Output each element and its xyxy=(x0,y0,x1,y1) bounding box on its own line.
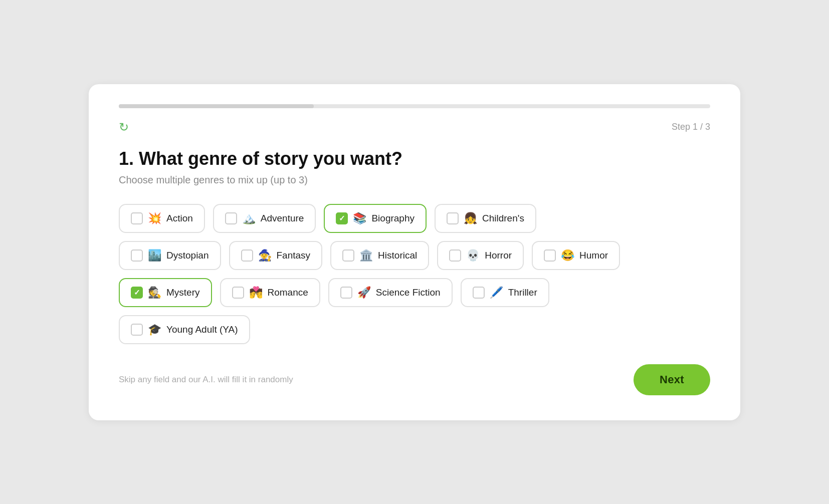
genre-label-dystopian: Dystopian xyxy=(166,250,209,261)
genre-checkbox-science_fiction: ✓ xyxy=(340,287,352,299)
genre-emoji-romance: 💏 xyxy=(249,286,263,299)
genre-chip-action[interactable]: ✓💥Action xyxy=(119,204,205,233)
genre-label-childrens: Children's xyxy=(482,213,524,224)
next-button[interactable]: Next xyxy=(634,364,710,395)
genre-checkbox-historical: ✓ xyxy=(342,249,354,262)
genre-emoji-horror: 💀 xyxy=(466,249,480,262)
genre-label-historical: Historical xyxy=(378,250,417,261)
genre-checkbox-childrens: ✓ xyxy=(447,212,459,224)
genre-emoji-thriller: 🖊️ xyxy=(490,286,503,299)
genre-chip-mystery[interactable]: ✓🕵️Mystery xyxy=(119,278,212,307)
genre-emoji-dystopian: 🏙️ xyxy=(148,249,161,262)
genre-emoji-adventure: 🏔️ xyxy=(242,212,256,225)
genres-grid: ✓💥Action✓🏔️Adventure✓📚Biography✓👧Childre… xyxy=(119,204,710,344)
genre-label-thriller: Thriller xyxy=(508,287,537,298)
genre-chip-horror[interactable]: ✓💀Horror xyxy=(437,241,524,270)
genre-chip-science_fiction[interactable]: ✓🚀Science Fiction xyxy=(328,278,453,307)
question-title: 1. What genre of story you want? xyxy=(119,148,710,169)
genre-emoji-humor: 😂 xyxy=(561,249,574,262)
checkbox-checkmark-mystery: ✓ xyxy=(134,288,140,297)
genre-emoji-science_fiction: 🚀 xyxy=(357,286,371,299)
genre-checkbox-humor: ✓ xyxy=(544,249,556,262)
genre-chip-adventure[interactable]: ✓🏔️Adventure xyxy=(213,204,316,233)
genres-row: ✓💥Action✓🏔️Adventure✓📚Biography✓👧Childre… xyxy=(119,204,710,233)
skip-text: Skip any field and our A.I. will fill it… xyxy=(119,375,293,385)
genre-label-biography: Biography xyxy=(371,213,414,224)
progress-bar-container xyxy=(119,104,710,108)
genre-emoji-young_adult: 🎓 xyxy=(148,323,161,336)
genre-checkbox-romance: ✓ xyxy=(232,287,244,299)
footer-row: Skip any field and our A.I. will fill it… xyxy=(119,364,710,395)
genre-checkbox-thriller: ✓ xyxy=(473,287,485,299)
checkbox-checkmark-biography: ✓ xyxy=(339,214,345,223)
genre-chip-young_adult[interactable]: ✓🎓Young Adult (YA) xyxy=(119,315,250,344)
header-row: ↻ Step 1 / 3 xyxy=(119,120,710,134)
genre-checkbox-horror: ✓ xyxy=(449,249,461,262)
genre-label-fantasy: Fantasy xyxy=(277,250,311,261)
genre-label-young_adult: Young Adult (YA) xyxy=(166,324,238,335)
genre-checkbox-action: ✓ xyxy=(131,212,143,224)
genre-chip-historical[interactable]: ✓🏛️Historical xyxy=(330,241,429,270)
genre-checkbox-dystopian: ✓ xyxy=(131,249,143,262)
refresh-icon[interactable]: ↻ xyxy=(119,120,129,134)
genres-row: ✓🏙️Dystopian✓🧙Fantasy✓🏛️Historical✓💀Horr… xyxy=(119,241,710,270)
genre-chip-biography[interactable]: ✓📚Biography xyxy=(324,204,427,233)
genre-emoji-fantasy: 🧙 xyxy=(258,249,272,262)
genre-chip-thriller[interactable]: ✓🖊️Thriller xyxy=(461,278,549,307)
genre-emoji-historical: 🏛️ xyxy=(359,249,373,262)
genre-emoji-mystery: 🕵️ xyxy=(148,286,161,299)
genre-chip-childrens[interactable]: ✓👧Children's xyxy=(435,204,536,233)
genre-label-science_fiction: Science Fiction xyxy=(376,287,441,298)
question-subtitle: Choose multiple genres to mix up (up to … xyxy=(119,174,710,186)
genres-row: ✓🎓Young Adult (YA) xyxy=(119,315,710,344)
genre-chip-fantasy[interactable]: ✓🧙Fantasy xyxy=(229,241,323,270)
step-label: Step 1 / 3 xyxy=(672,122,710,132)
genre-chip-romance[interactable]: ✓💏Romance xyxy=(220,278,320,307)
genre-checkbox-mystery: ✓ xyxy=(131,287,143,299)
genre-label-action: Action xyxy=(166,213,193,224)
genre-emoji-action: 💥 xyxy=(148,212,161,225)
genres-row: ✓🕵️Mystery✓💏Romance✓🚀Science Fiction✓🖊️T… xyxy=(119,278,710,307)
genre-checkbox-adventure: ✓ xyxy=(225,212,237,224)
genre-label-mystery: Mystery xyxy=(166,287,200,298)
progress-bar-fill xyxy=(119,104,314,108)
genre-checkbox-fantasy: ✓ xyxy=(241,249,253,262)
genre-emoji-childrens: 👧 xyxy=(464,212,477,225)
genre-checkbox-young_adult: ✓ xyxy=(131,324,143,336)
main-card: ↻ Step 1 / 3 1. What genre of story you … xyxy=(89,84,740,420)
genre-label-adventure: Adventure xyxy=(261,213,304,224)
genre-label-horror: Horror xyxy=(485,250,512,261)
genre-checkbox-biography: ✓ xyxy=(336,212,348,224)
genre-chip-humor[interactable]: ✓😂Humor xyxy=(532,241,620,270)
genre-label-romance: Romance xyxy=(268,287,308,298)
genre-label-humor: Humor xyxy=(579,250,608,261)
genre-chip-dystopian[interactable]: ✓🏙️Dystopian xyxy=(119,241,221,270)
genre-emoji-biography: 📚 xyxy=(353,212,366,225)
